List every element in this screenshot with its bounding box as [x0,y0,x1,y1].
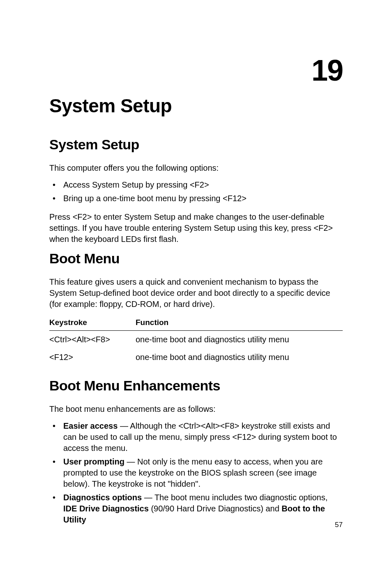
section1-after: Press <F2> to enter System Setup and mak… [49,211,343,245]
cell-function: one-time boot and diagnostics utility me… [136,348,343,366]
bold-inline: IDE Drive Diagnostics [63,504,149,513]
document-page: 19 System Setup System Setup This comput… [0,0,392,557]
page-number: 57 [335,521,343,529]
lead-bold: Easier access [63,421,118,430]
cell-function: one-time boot and diagnostics utility me… [136,331,343,349]
list-item: Easier access — Although the <Ctrl><Alt>… [49,420,343,454]
section2-intro: This feature gives users a quick and con… [49,276,343,310]
mid-text: (90/90 Hard Drive Diagnostics) and [149,504,281,513]
section3-intro: The boot menu enhancements are as follow… [49,404,343,415]
cell-keystroke: <Ctrl><Alt><F8> [49,331,136,349]
section-heading-system-setup: System Setup [49,137,343,153]
lead-rest-prefix: — The boot menu includes two diagnostic … [142,493,327,502]
section1-intro: This computer offers you the following o… [49,163,343,174]
list-item: Diagnostics options — The boot menu incl… [49,492,343,525]
cell-keystroke: <F12> [49,348,136,366]
table-row: <Ctrl><Alt><F8> one-time boot and diagno… [49,331,343,349]
section1-bullets: Access System Setup by pressing <F2> Bri… [49,179,343,204]
lead-bold: User prompting [63,457,125,466]
table-header-keystroke: Keystroke [49,316,136,331]
list-item: Access System Setup by pressing <F2> [49,179,343,190]
section-heading-boot-menu-enhancements: Boot Menu Enhancements [49,378,343,394]
section3-bullets: Easier access — Although the <Ctrl><Alt>… [49,420,343,525]
chapter-number: 19 [49,53,343,87]
lead-bold: Diagnostics options [63,493,142,502]
list-item: Bring up a one-time boot menu by pressin… [49,193,343,204]
section-heading-boot-menu: Boot Menu [49,251,343,267]
page-title: System Setup [49,95,343,117]
list-item: User prompting — Not only is the menu ea… [49,456,343,490]
table-header-function: Function [136,316,343,331]
table-row: <F12> one-time boot and diagnostics util… [49,348,343,366]
keystroke-table: Keystroke Function <Ctrl><Alt><F8> one-t… [49,316,343,366]
